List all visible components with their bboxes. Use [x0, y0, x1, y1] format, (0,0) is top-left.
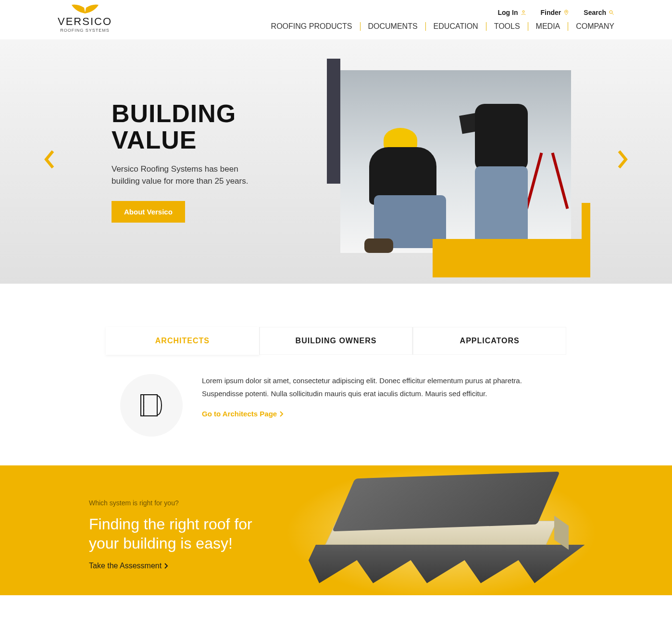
architects-page-link[interactable]: Go to Architects Page: [202, 410, 284, 418]
blueprint-icon: [120, 374, 183, 437]
svg-point-7: [143, 402, 144, 403]
svg-point-10: [143, 413, 144, 414]
assessment-cta: Which system is right for you? Finding t…: [0, 465, 672, 595]
chevron-right-icon: [164, 563, 168, 569]
hero-accent-yellow: [433, 239, 582, 277]
search-icon: [609, 10, 614, 15]
worker-standing: [465, 104, 542, 253]
search-link[interactable]: Search: [584, 9, 614, 16]
finder-link[interactable]: Finder: [541, 9, 570, 16]
nav-tools[interactable]: TOOLS: [486, 22, 528, 31]
chevron-right-icon: [280, 411, 284, 417]
utility-nav: Log In Finder Search: [498, 9, 614, 16]
hero-title: BUILDING VALUE: [112, 100, 256, 153]
tab-applicators[interactable]: APPLICATORS: [413, 327, 566, 355]
svg-point-2: [610, 11, 612, 13]
main-nav: ROOFING PRODUCTS DOCUMENTS EDUCATION TOO…: [263, 22, 614, 31]
nav-documents[interactable]: DOCUMENTS: [361, 22, 426, 31]
svg-point-1: [566, 11, 567, 13]
hero-carousel: BUILDING VALUE Versico Roofing Systems h…: [0, 39, 672, 284]
nav-education[interactable]: EDUCATION: [426, 22, 486, 31]
user-icon: [521, 10, 526, 15]
svg-point-9: [143, 410, 144, 411]
svg-line-3: [612, 13, 614, 15]
tab-architects[interactable]: ARCHITECTS: [106, 327, 260, 355]
carousel-next-button[interactable]: [617, 150, 629, 173]
cta-link-label: Take the Assessment: [89, 562, 162, 570]
cta-text-block: Which system is right for you? Finding t…: [89, 499, 272, 570]
take-assessment-link[interactable]: Take the Assessment: [89, 562, 168, 570]
cta-eyebrow: Which system is right for you?: [89, 499, 272, 507]
chevron-right-icon: [617, 150, 629, 169]
login-label: Log In: [498, 9, 518, 16]
nav-company[interactable]: COMPANY: [568, 22, 614, 31]
tab-body-text: Lorem ipsum dolor sit amet, consectetur …: [202, 374, 552, 400]
hero-body: Versico Roofing Systems has been buildin…: [112, 163, 256, 188]
hero-photo: [340, 70, 571, 253]
hero-title-line2: VALUE: [112, 126, 197, 154]
pin-icon: [563, 10, 569, 15]
search-label: Search: [584, 9, 606, 16]
tab-panel-architects: Lorem ipsum dolor sit amet, consectetur …: [106, 355, 566, 437]
carousel-prev-button[interactable]: [43, 150, 55, 173]
hero-title-line1: BUILDING: [112, 100, 236, 127]
hero-text-block: BUILDING VALUE Versico Roofing Systems h…: [112, 100, 256, 222]
about-versico-button[interactable]: About Versico: [112, 201, 185, 223]
nav-media[interactable]: MEDIA: [528, 22, 569, 31]
nav-roofing-products[interactable]: ROOFING PRODUCTS: [263, 22, 361, 31]
svg-point-8: [143, 406, 144, 407]
svg-point-0: [523, 11, 524, 13]
cta-title: Finding the right roof for your building…: [89, 514, 272, 553]
roof-system-illustration: [287, 475, 595, 590]
brand-logo[interactable]: VERSICO ROOFING SYSTEMS: [58, 4, 112, 33]
finder-label: Finder: [541, 9, 561, 16]
logo-name: VERSICO: [58, 15, 112, 28]
audience-tabs: ARCHITECTS BUILDING OWNERS APPLICATORS: [106, 327, 566, 355]
audience-tabs-section: ARCHITECTS BUILDING OWNERS APPLICATORS L…: [0, 284, 672, 465]
logo-mark-icon: [71, 4, 100, 14]
chevron-left-icon: [43, 150, 55, 169]
site-header: VERSICO ROOFING SYSTEMS Log In Finder Se…: [0, 0, 672, 39]
login-link[interactable]: Log In: [498, 9, 526, 16]
architects-link-label: Go to Architects Page: [202, 410, 277, 418]
svg-point-6: [143, 398, 144, 399]
tab-building-owners[interactable]: BUILDING OWNERS: [260, 327, 413, 355]
logo-tagline: ROOFING SYSTEMS: [60, 28, 110, 33]
hero-accent-dark: [327, 59, 340, 184]
worker-kneeling: [360, 128, 475, 253]
